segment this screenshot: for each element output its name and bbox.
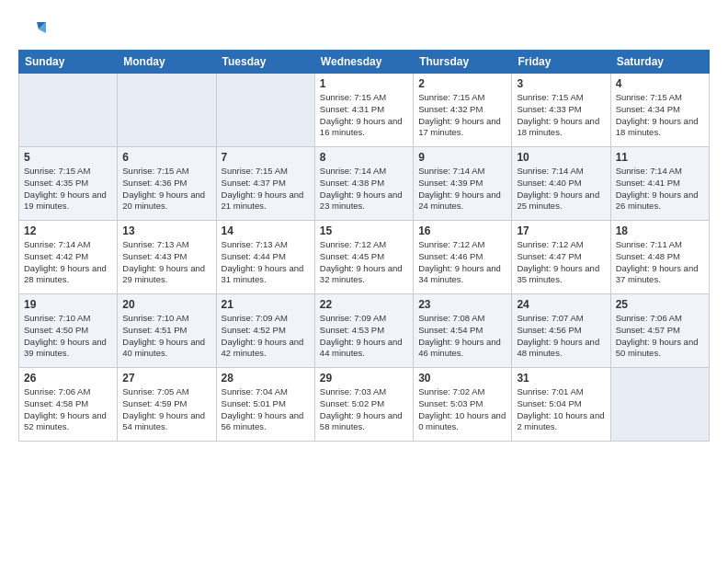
cell-info: Sunrise: 7:15 AM Sunset: 4:32 PM Dayligh… bbox=[418, 92, 506, 139]
cell-info: Sunrise: 7:12 AM Sunset: 4:45 PM Dayligh… bbox=[320, 239, 408, 286]
calendar-cell: 7Sunrise: 7:15 AM Sunset: 4:37 PM Daylig… bbox=[216, 147, 314, 221]
day-number: 25 bbox=[616, 298, 704, 311]
header bbox=[18, 15, 710, 42]
calendar-week-row: 5Sunrise: 7:15 AM Sunset: 4:35 PM Daylig… bbox=[19, 147, 710, 221]
day-number: 7 bbox=[222, 151, 310, 164]
day-number: 20 bbox=[122, 298, 210, 311]
cell-info: Sunrise: 7:14 AM Sunset: 4:41 PM Dayligh… bbox=[616, 166, 704, 213]
cell-info: Sunrise: 7:15 AM Sunset: 4:35 PM Dayligh… bbox=[24, 166, 112, 213]
calendar-cell: 25Sunrise: 7:06 AM Sunset: 4:57 PM Dayli… bbox=[610, 294, 709, 368]
day-number: 15 bbox=[320, 224, 408, 237]
calendar-cell: 17Sunrise: 7:12 AM Sunset: 4:47 PM Dayli… bbox=[512, 221, 610, 294]
calendar-week-row: 12Sunrise: 7:14 AM Sunset: 4:42 PM Dayli… bbox=[19, 221, 710, 294]
cell-info: Sunrise: 7:06 AM Sunset: 4:57 PM Dayligh… bbox=[616, 313, 704, 360]
col-header-tuesday: Tuesday bbox=[216, 51, 314, 74]
calendar-cell: 1Sunrise: 7:15 AM Sunset: 4:31 PM Daylig… bbox=[314, 74, 413, 147]
day-number: 6 bbox=[122, 151, 210, 164]
day-number: 24 bbox=[517, 298, 605, 311]
calendar-cell bbox=[118, 74, 216, 147]
calendar-cell: 9Sunrise: 7:14 AM Sunset: 4:39 PM Daylig… bbox=[414, 147, 512, 221]
calendar-week-row: 19Sunrise: 7:10 AM Sunset: 4:50 PM Dayli… bbox=[19, 294, 710, 368]
day-number: 27 bbox=[122, 372, 210, 385]
calendar: SundayMondayTuesdayWednesdayThursdayFrid… bbox=[18, 50, 710, 442]
calendar-week-row: 1Sunrise: 7:15 AM Sunset: 4:31 PM Daylig… bbox=[19, 74, 710, 147]
cell-info: Sunrise: 7:15 AM Sunset: 4:31 PM Dayligh… bbox=[320, 92, 408, 139]
calendar-cell: 22Sunrise: 7:09 AM Sunset: 4:53 PM Dayli… bbox=[314, 294, 413, 368]
cell-info: Sunrise: 7:04 AM Sunset: 5:01 PM Dayligh… bbox=[222, 386, 310, 433]
day-number: 10 bbox=[517, 151, 605, 164]
day-number: 14 bbox=[222, 224, 310, 237]
day-number: 17 bbox=[517, 224, 605, 237]
col-header-friday: Friday bbox=[512, 51, 610, 74]
day-number: 5 bbox=[24, 151, 112, 164]
day-number: 16 bbox=[418, 224, 506, 237]
day-number: 8 bbox=[320, 151, 408, 164]
cell-info: Sunrise: 7:15 AM Sunset: 4:33 PM Dayligh… bbox=[517, 92, 605, 139]
calendar-cell: 11Sunrise: 7:14 AM Sunset: 4:41 PM Dayli… bbox=[610, 147, 709, 221]
day-number: 3 bbox=[517, 77, 605, 90]
logo-icon bbox=[18, 15, 46, 42]
calendar-cell: 3Sunrise: 7:15 AM Sunset: 4:33 PM Daylig… bbox=[512, 74, 610, 147]
cell-info: Sunrise: 7:08 AM Sunset: 4:54 PM Dayligh… bbox=[418, 313, 506, 360]
cell-info: Sunrise: 7:15 AM Sunset: 4:37 PM Dayligh… bbox=[222, 166, 310, 213]
cell-info: Sunrise: 7:12 AM Sunset: 4:46 PM Dayligh… bbox=[418, 239, 506, 286]
cell-info: Sunrise: 7:01 AM Sunset: 5:04 PM Dayligh… bbox=[517, 386, 605, 433]
day-number: 22 bbox=[320, 298, 408, 311]
cell-info: Sunrise: 7:03 AM Sunset: 5:02 PM Dayligh… bbox=[320, 386, 408, 433]
cell-info: Sunrise: 7:09 AM Sunset: 4:52 PM Dayligh… bbox=[222, 313, 310, 360]
cell-info: Sunrise: 7:13 AM Sunset: 4:43 PM Dayligh… bbox=[122, 239, 210, 286]
cell-info: Sunrise: 7:10 AM Sunset: 4:50 PM Dayligh… bbox=[24, 313, 112, 360]
cell-info: Sunrise: 7:07 AM Sunset: 4:56 PM Dayligh… bbox=[517, 313, 605, 360]
calendar-cell: 14Sunrise: 7:13 AM Sunset: 4:44 PM Dayli… bbox=[216, 221, 314, 294]
calendar-cell: 24Sunrise: 7:07 AM Sunset: 4:56 PM Dayli… bbox=[512, 294, 610, 368]
calendar-cell: 13Sunrise: 7:13 AM Sunset: 4:43 PM Dayli… bbox=[118, 221, 216, 294]
day-number: 28 bbox=[222, 372, 310, 385]
cell-info: Sunrise: 7:06 AM Sunset: 4:58 PM Dayligh… bbox=[24, 386, 112, 433]
day-number: 18 bbox=[616, 224, 704, 237]
calendar-cell: 8Sunrise: 7:14 AM Sunset: 4:38 PM Daylig… bbox=[314, 147, 413, 221]
cell-info: Sunrise: 7:14 AM Sunset: 4:40 PM Dayligh… bbox=[517, 166, 605, 213]
calendar-cell: 23Sunrise: 7:08 AM Sunset: 4:54 PM Dayli… bbox=[414, 294, 512, 368]
day-number: 4 bbox=[616, 77, 704, 90]
cell-info: Sunrise: 7:10 AM Sunset: 4:51 PM Dayligh… bbox=[122, 313, 210, 360]
calendar-cell: 28Sunrise: 7:04 AM Sunset: 5:01 PM Dayli… bbox=[216, 368, 314, 442]
calendar-week-row: 26Sunrise: 7:06 AM Sunset: 4:58 PM Dayli… bbox=[19, 368, 710, 442]
cell-info: Sunrise: 7:15 AM Sunset: 4:36 PM Dayligh… bbox=[122, 166, 210, 213]
cell-info: Sunrise: 7:09 AM Sunset: 4:53 PM Dayligh… bbox=[320, 313, 408, 360]
day-number: 11 bbox=[616, 151, 704, 164]
day-number: 29 bbox=[320, 372, 408, 385]
col-header-saturday: Saturday bbox=[610, 51, 709, 74]
cell-info: Sunrise: 7:02 AM Sunset: 5:03 PM Dayligh… bbox=[418, 386, 506, 433]
col-header-thursday: Thursday bbox=[414, 51, 512, 74]
page: SundayMondayTuesdayWednesdayThursdayFrid… bbox=[0, 0, 728, 456]
day-number: 1 bbox=[320, 77, 408, 90]
calendar-cell: 10Sunrise: 7:14 AM Sunset: 4:40 PM Dayli… bbox=[512, 147, 610, 221]
calendar-cell: 6Sunrise: 7:15 AM Sunset: 4:36 PM Daylig… bbox=[118, 147, 216, 221]
calendar-cell bbox=[610, 368, 709, 442]
col-header-monday: Monday bbox=[118, 51, 216, 74]
logo bbox=[18, 15, 50, 42]
calendar-cell: 31Sunrise: 7:01 AM Sunset: 5:04 PM Dayli… bbox=[512, 368, 610, 442]
day-number: 13 bbox=[122, 224, 210, 237]
cell-info: Sunrise: 7:15 AM Sunset: 4:34 PM Dayligh… bbox=[616, 92, 704, 139]
calendar-cell: 29Sunrise: 7:03 AM Sunset: 5:02 PM Dayli… bbox=[314, 368, 413, 442]
day-number: 21 bbox=[222, 298, 310, 311]
calendar-cell: 15Sunrise: 7:12 AM Sunset: 4:45 PM Dayli… bbox=[314, 221, 413, 294]
day-number: 9 bbox=[418, 151, 506, 164]
calendar-cell: 16Sunrise: 7:12 AM Sunset: 4:46 PM Dayli… bbox=[414, 221, 512, 294]
cell-info: Sunrise: 7:14 AM Sunset: 4:42 PM Dayligh… bbox=[24, 239, 112, 286]
calendar-cell: 12Sunrise: 7:14 AM Sunset: 4:42 PM Dayli… bbox=[19, 221, 118, 294]
day-number: 12 bbox=[24, 224, 112, 237]
cell-info: Sunrise: 7:12 AM Sunset: 4:47 PM Dayligh… bbox=[517, 239, 605, 286]
day-number: 2 bbox=[418, 77, 506, 90]
day-number: 30 bbox=[418, 372, 506, 385]
calendar-cell: 30Sunrise: 7:02 AM Sunset: 5:03 PM Dayli… bbox=[414, 368, 512, 442]
calendar-header-row: SundayMondayTuesdayWednesdayThursdayFrid… bbox=[19, 51, 710, 74]
col-header-wednesday: Wednesday bbox=[314, 51, 413, 74]
cell-info: Sunrise: 7:11 AM Sunset: 4:48 PM Dayligh… bbox=[616, 239, 704, 286]
cell-info: Sunrise: 7:05 AM Sunset: 4:59 PM Dayligh… bbox=[122, 386, 210, 433]
col-header-sunday: Sunday bbox=[19, 51, 118, 74]
day-number: 23 bbox=[418, 298, 506, 311]
calendar-cell bbox=[19, 74, 118, 147]
calendar-cell: 20Sunrise: 7:10 AM Sunset: 4:51 PM Dayli… bbox=[118, 294, 216, 368]
